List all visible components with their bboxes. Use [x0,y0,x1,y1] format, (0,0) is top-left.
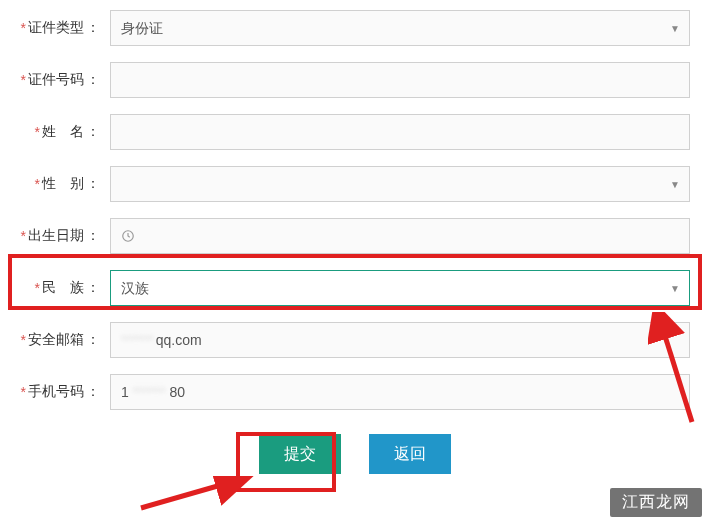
phone-input-cell: 1 ****** 80 [110,374,690,410]
label-text: 手机号码 [28,383,84,401]
required-asterisk: * [35,176,40,192]
label-text: 证件类型 [28,19,84,37]
email-input-cell: ****** qq.com [110,322,690,358]
select-wrapper: 身份证 ▼ [110,10,690,46]
birth-date-row: * 出生日期 ： [20,218,690,254]
birth-date-label: * 出生日期 ： [20,227,110,245]
name-input[interactable] [110,114,690,150]
required-asterisk: * [35,280,40,296]
clock-icon [121,229,135,243]
required-asterisk: * [21,20,26,36]
label-text: 证件号码 [28,71,84,89]
gender-input-cell: ▼ [110,166,690,202]
phone-input[interactable]: 1 ****** 80 [110,374,690,410]
phone-masked: ****** [133,384,166,400]
colon: ： [86,123,100,141]
ethnicity-row: * 民 族 ： 汉族 ▼ [20,270,690,306]
colon: ： [86,383,100,401]
required-asterisk: * [21,332,26,348]
phone-suffix: 80 [170,384,186,400]
submit-button[interactable]: 提交 [259,434,341,474]
birth-date-input-cell [110,218,690,254]
name-row: * 姓 名 ： [20,114,690,150]
id-number-label: * 证件号码 ： [20,71,110,89]
birth-date-input[interactable] [110,218,690,254]
id-number-input[interactable] [110,62,690,98]
registration-form: * 证件类型 ： 身份证 ▼ * 证件号码 ： * 姓 名 ： [0,0,710,484]
back-button[interactable]: 返回 [369,434,451,474]
select-wrapper: ▼ [110,166,690,202]
email-suffix: qq.com [156,332,202,348]
select-wrapper: 汉族 ▼ [110,270,690,306]
label-text: 出生日期 [28,227,84,245]
required-asterisk: * [35,124,40,140]
required-asterisk: * [21,72,26,88]
name-label: * 姓 名 ： [20,123,110,141]
id-type-select[interactable]: 身份证 [110,10,690,46]
gender-label: * 性 别 ： [20,175,110,193]
id-number-input-cell [110,62,690,98]
id-type-input-cell: 身份证 ▼ [110,10,690,46]
email-label: * 安全邮箱 ： [20,331,110,349]
ethnicity-label: * 民 族 ： [20,279,110,297]
ethnicity-select[interactable]: 汉族 [110,270,690,306]
colon: ： [86,279,100,297]
id-type-row: * 证件类型 ： 身份证 ▼ [20,10,690,46]
phone-label: * 手机号码 ： [20,383,110,401]
gender-row: * 性 别 ： ▼ [20,166,690,202]
colon: ： [86,227,100,245]
id-number-row: * 证件号码 ： [20,62,690,98]
watermark: 江西龙网 [610,488,702,517]
gender-select[interactable] [110,166,690,202]
label-text: 民 族 [42,279,84,297]
email-input[interactable]: ****** qq.com [110,322,690,358]
label-text: 性 别 [42,175,84,193]
ethnicity-input-cell: 汉族 ▼ [110,270,690,306]
label-text: 姓 名 [42,123,84,141]
required-asterisk: * [21,384,26,400]
colon: ： [86,175,100,193]
label-text: 安全邮箱 [28,331,84,349]
required-asterisk: * [21,228,26,244]
colon: ： [86,19,100,37]
name-input-cell [110,114,690,150]
email-row: * 安全邮箱 ： ****** qq.com [20,322,690,358]
phone-prefix: 1 [121,384,129,400]
svg-line-4 [141,481,235,508]
email-masked: ****** [121,332,154,348]
id-type-label: * 证件类型 ： [20,19,110,37]
colon: ： [86,331,100,349]
button-row: 提交 返回 [20,434,690,474]
phone-row: * 手机号码 ： 1 ****** 80 [20,374,690,410]
colon: ： [86,71,100,89]
